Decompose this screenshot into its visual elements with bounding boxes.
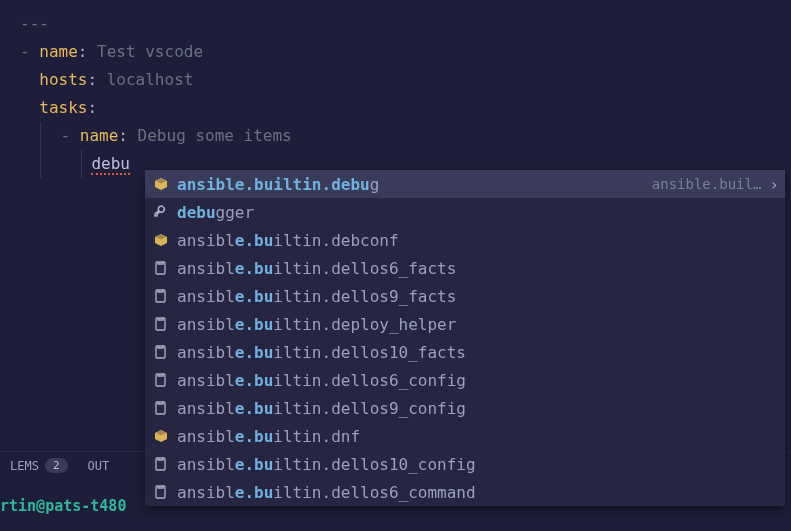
suggestion-label: ansible.builtin.deploy_helper [177,315,456,334]
suggestion-item[interactable]: debugger [145,198,785,226]
snippet-icon [151,400,171,416]
suggestion-label: ansible.builtin.dellos10_facts [177,343,466,362]
code-line: --- [20,10,791,38]
snippet-icon [153,344,169,360]
suggestion-item[interactable]: ansible.builtin.deploy_helper [145,310,785,338]
autocomplete-popup[interactable]: ansible.builtin.debugansible.buil…›debug… [145,170,785,506]
suggestion-item[interactable]: ansible.builtin.debconf [145,226,785,254]
module-icon [151,176,171,192]
suggestion-label: ansible.builtin.dellos6_command [177,483,476,502]
suggestion-label: ansible.builtin.dnf [177,427,360,446]
snippet-icon [153,400,169,416]
module-icon [151,428,171,444]
snippet-icon [153,456,169,472]
code-line: - name: Test vscode [20,38,791,66]
snippet-icon [153,372,169,388]
suggestion-item[interactable]: ansible.builtin.debugansible.buil…› [145,170,785,198]
snippet-icon [151,484,171,500]
snippet-icon [151,316,171,332]
suggestion-detail: ansible.buil… [652,176,766,192]
module-icon [153,176,169,192]
suggestion-item[interactable]: ansible.builtin.dnf [145,422,785,450]
problems-count-badge: 2 [45,458,68,473]
snippet-icon [153,316,169,332]
snippet-icon [151,288,171,304]
snippet-icon [151,260,171,276]
tab-label: OUT [88,459,110,473]
module-icon [153,428,169,444]
suggestion-item[interactable]: ansible.builtin.dellos9_config [145,394,785,422]
snippet-icon [151,372,171,388]
suggestion-label: ansible.builtin.dellos9_facts [177,287,456,306]
code-line: hosts: localhost [20,66,791,94]
suggestion-item[interactable]: ansible.builtin.dellos6_command [145,478,785,506]
property-icon [151,204,171,220]
problems-tab[interactable]: LEMS 2 [0,458,78,473]
module-icon [153,232,169,248]
suggestion-item[interactable]: ansible.builtin.dellos10_config [145,450,785,478]
snippet-icon [153,484,169,500]
snippet-icon [151,344,171,360]
snippet-icon [151,456,171,472]
suggestion-label: ansible.builtin.dellos9_config [177,399,466,418]
chevron-right-icon[interactable]: › [769,175,779,194]
suggestion-label: ansible.builtin.debug [177,175,379,194]
suggestion-item[interactable]: ansible.builtin.dellos10_facts [145,338,785,366]
module-icon [151,232,171,248]
suggestion-label: ansible.builtin.dellos10_config [177,455,476,474]
suggestion-item[interactable]: ansible.builtin.dellos9_facts [145,282,785,310]
suggestion-label: ansible.builtin.dellos6_facts [177,259,456,278]
tab-label: LEMS [10,459,39,473]
output-tab[interactable]: OUT [78,459,120,473]
terminal-prompt: rtin@pats-t480 [0,497,126,515]
typed-token: debu [91,154,130,173]
suggestion-label: ansible.builtin.dellos6_config [177,371,466,390]
suggestion-item[interactable]: ansible.builtin.dellos6_facts [145,254,785,282]
snippet-icon [153,260,169,276]
code-editor[interactable]: --- - name: Test vscode hosts: localhost… [0,0,791,178]
suggestion-label: ansible.builtin.debconf [177,231,399,250]
snippet-icon [153,288,169,304]
suggestion-label: debugger [177,203,254,222]
code-line: tasks: [20,94,791,122]
code-line: - name: Debug some items [20,122,791,150]
suggestion-item[interactable]: ansible.builtin.dellos6_config [145,366,785,394]
property-icon [153,204,169,220]
